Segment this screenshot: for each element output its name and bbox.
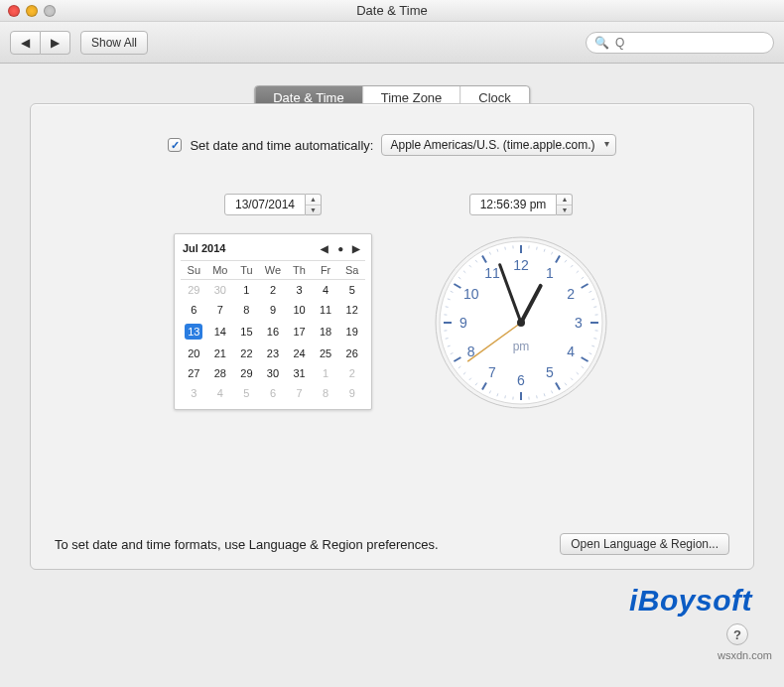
- svg-line-34: [505, 395, 506, 398]
- auto-set-checkbox[interactable]: ✓: [168, 138, 182, 152]
- watermark-logo: iBoysoft: [629, 584, 752, 618]
- svg-text:5: 5: [546, 364, 554, 380]
- calendar-day[interactable]: 30: [260, 363, 287, 383]
- calendar-day[interactable]: 14: [207, 320, 234, 344]
- calendar-day[interactable]: 31: [286, 363, 313, 383]
- calendar-day[interactable]: 4: [313, 280, 339, 301]
- footer-hint: To set date and time formats, use Langua…: [55, 537, 439, 552]
- weekday-header: We: [260, 261, 287, 280]
- calendar-day[interactable]: 5: [233, 383, 260, 403]
- svg-text:3: 3: [575, 315, 583, 331]
- forward-button[interactable]: ▶: [41, 31, 70, 55]
- calendar-day[interactable]: 17: [286, 320, 313, 344]
- date-field[interactable]: 13/07/2014: [224, 194, 306, 215]
- calendar-day[interactable]: 9: [260, 300, 287, 320]
- calendar-day[interactable]: 26: [338, 344, 365, 363]
- calendar-day[interactable]: 30: [207, 280, 234, 301]
- calendar-day[interactable]: 2: [338, 363, 365, 383]
- svg-text:11: 11: [484, 265, 500, 281]
- back-button[interactable]: ◀: [10, 31, 41, 55]
- calendar-day[interactable]: 27: [181, 363, 207, 383]
- calendar-grid[interactable]: SuMoTuWeThFrSa29301234567891011121314151…: [181, 260, 365, 403]
- calendar-day[interactable]: 7: [207, 300, 234, 320]
- calendar-day[interactable]: 4: [207, 383, 234, 403]
- calendar-day[interactable]: 1: [233, 280, 260, 301]
- calendar-day[interactable]: 13: [181, 320, 207, 344]
- calendar-month-label: Jul 2014: [183, 242, 225, 254]
- calendar-day[interactable]: 29: [181, 280, 207, 301]
- titlebar: Date & Time: [0, 0, 784, 22]
- calendar-day[interactable]: 19: [338, 320, 365, 344]
- calendar-day[interactable]: 29: [233, 363, 260, 383]
- svg-text:6: 6: [517, 372, 525, 388]
- calendar-day[interactable]: 2: [260, 280, 287, 301]
- calendar-day[interactable]: 1: [313, 363, 339, 383]
- time-stepper-buttons[interactable]: ▲ ▼: [557, 194, 573, 215]
- svg-line-45: [446, 339, 449, 340]
- minimize-icon[interactable]: [26, 5, 38, 17]
- search-input[interactable]: [613, 35, 765, 51]
- date-stepper-buttons[interactable]: ▲ ▼: [306, 194, 322, 215]
- calendar-day[interactable]: 20: [181, 344, 207, 363]
- calendar-day[interactable]: 23: [260, 344, 287, 363]
- calendar-day[interactable]: 15: [233, 320, 260, 344]
- stepper-down-icon[interactable]: ▼: [557, 206, 572, 215]
- calendar-nav[interactable]: ◀ ● ▶: [321, 243, 363, 254]
- calendar-day[interactable]: 21: [207, 344, 234, 363]
- calendar-day[interactable]: 8: [233, 300, 260, 320]
- auto-set-row: ✓ Set date and time automatically: Apple…: [55, 134, 729, 156]
- time-field[interactable]: 12:56:39 pm: [469, 194, 558, 215]
- calendar-day[interactable]: 3: [286, 280, 313, 301]
- svg-line-19: [593, 339, 596, 340]
- weekday-header: Sa: [338, 261, 365, 280]
- svg-text:1: 1: [546, 265, 554, 281]
- time-stepper[interactable]: 12:56:39 pm ▲ ▼: [469, 194, 574, 215]
- svg-line-60: [505, 247, 506, 250]
- time-server-value: Apple Americas/U.S. (time.apple.com.): [390, 138, 594, 152]
- calendar-day[interactable]: 5: [338, 280, 365, 301]
- svg-line-30: [537, 395, 538, 398]
- source-caption: wsxdn.com: [718, 649, 772, 661]
- stepper-up-icon[interactable]: ▲: [557, 195, 572, 206]
- time-server-select[interactable]: Apple Americas/U.S. (time.apple.com.): [381, 134, 615, 156]
- calendar-day[interactable]: 25: [313, 344, 339, 363]
- open-language-region-button[interactable]: Open Language & Region...: [560, 533, 729, 555]
- svg-text:10: 10: [463, 286, 479, 302]
- close-icon[interactable]: [8, 5, 20, 17]
- zoom-icon[interactable]: [44, 5, 56, 17]
- calendar-day[interactable]: 28: [207, 363, 234, 383]
- calendar-day[interactable]: 22: [233, 344, 260, 363]
- clock-icon: 121234567891011pm: [432, 233, 610, 412]
- footer-row: To set date and time formats, use Langua…: [55, 533, 729, 555]
- weekday-header: Tu: [233, 261, 260, 280]
- toolbar: ◀ ▶ Show All 🔍: [0, 22, 784, 64]
- date-column: 13/07/2014 ▲ ▼ Jul 2014 ◀ ● ▶ SuMoTuWeTh…: [174, 194, 372, 412]
- svg-text:2: 2: [567, 286, 575, 302]
- analog-clock: 121234567891011pm: [432, 233, 610, 412]
- date-stepper[interactable]: 13/07/2014 ▲ ▼: [224, 194, 322, 215]
- svg-text:12: 12: [513, 257, 529, 273]
- calendar-day[interactable]: 18: [313, 320, 339, 344]
- calendar-day[interactable]: 7: [286, 383, 313, 403]
- nav-buttons: ◀ ▶: [10, 31, 70, 55]
- calendar-day[interactable]: 10: [286, 300, 313, 320]
- svg-text:4: 4: [567, 344, 575, 359]
- show-all-button[interactable]: Show All: [80, 31, 148, 55]
- calendar-day[interactable]: 3: [181, 383, 207, 403]
- calendar-day[interactable]: 6: [181, 300, 207, 320]
- calendar-day[interactable]: 16: [260, 320, 287, 344]
- stepper-up-icon[interactable]: ▲: [306, 195, 321, 206]
- help-button[interactable]: ?: [726, 623, 748, 645]
- calendar-day[interactable]: 12: [338, 300, 365, 320]
- weekday-header: Mo: [207, 261, 234, 280]
- calendar-day[interactable]: 11: [313, 300, 339, 320]
- stepper-down-icon[interactable]: ▼: [306, 206, 321, 215]
- calendar-day[interactable]: 8: [313, 383, 339, 403]
- calendar-day[interactable]: 24: [286, 344, 313, 363]
- calendar[interactable]: Jul 2014 ◀ ● ▶ SuMoTuWeThFrSa29301234567…: [174, 233, 372, 410]
- calendar-day[interactable]: 9: [338, 383, 365, 403]
- window-title: Date & Time: [0, 0, 784, 22]
- content-area: Date & Time Time Zone Clock ✓ Set date a…: [0, 64, 784, 687]
- search-field[interactable]: 🔍: [586, 32, 774, 54]
- calendar-day[interactable]: 6: [260, 383, 287, 403]
